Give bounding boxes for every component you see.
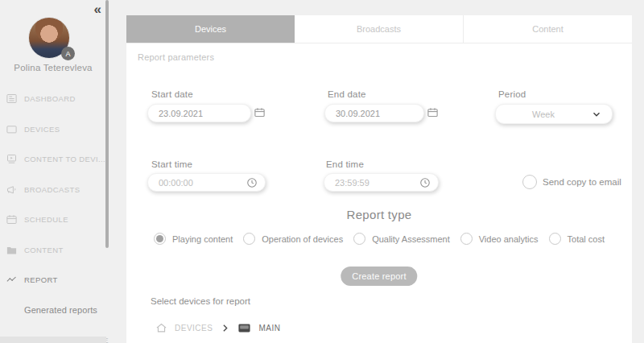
start-date-label: Start date [151,89,193,99]
content-icon [6,244,18,256]
sidebar: « A Polina Teterevleva DASHBOARD DEVICES [0,0,113,343]
radio-icon [549,233,561,245]
devices-icon [6,123,18,135]
start-time-value: 00:00:00 [148,178,193,188]
calendar-icon[interactable] [427,106,439,118]
user-name: Polina Teterevleva [0,63,106,72]
radio-operation-of-devices[interactable]: Operation of devices [243,233,343,245]
spacer [6,304,18,316]
sidebar-scrollbar[interactable] [105,0,109,248]
radio-label: Operation of devices [262,234,343,244]
main-panel: Devices Broadcasts Content Report parame… [126,15,632,343]
end-date-value: 30.09.2021 [325,109,380,118]
report-type-title: Report type [126,208,632,221]
radio-quality-assessment[interactable]: Quality Assessment [353,233,450,245]
breadcrumb: DEVICES MAIN [155,322,280,334]
radio-total-cost[interactable]: Total cost [549,233,605,245]
report-type-options: Playing content Operation of devices Qua… [126,233,632,245]
radio-icon [154,233,166,245]
schedule-icon [6,213,18,225]
chevron-down-icon [591,109,602,120]
radio-label: Total cost [568,234,605,244]
end-time-label: End time [326,159,364,169]
send-copy-checkbox[interactable]: Send copy to email [522,175,621,189]
sidebar-collapse-icon[interactable]: « [94,2,101,18]
end-time-value: 23:59:59 [324,178,369,188]
send-copy-label: Send copy to email [543,177,621,187]
tab-bar: Devices Broadcasts Content [126,15,632,43]
tab-broadcasts[interactable]: Broadcasts [295,15,464,43]
breadcrumb-current: MAIN [258,324,280,333]
period-label: Period [498,89,526,99]
avatar-badge: A [61,47,75,60]
start-time-input[interactable]: 00:00:00 [147,173,266,192]
content-to-device-icon [6,153,18,165]
broadcasts-icon [6,184,18,196]
radio-label: Quality Assessment [372,234,450,244]
sidebar-item-schedule[interactable]: SCHEDULE [0,205,106,235]
start-time-label: Start time [151,159,192,169]
section-title: Report parameters [138,52,214,62]
breadcrumb-root[interactable]: DEVICES [175,324,213,333]
end-date-label: End date [328,89,366,99]
start-date-input[interactable]: 23.09.2021 [147,104,251,122]
sidebar-item-label: CONTENT TO DEVI... [24,155,105,163]
clock-icon [246,177,258,188]
radio-label: Video analytics [479,234,539,244]
radio-icon [353,233,365,245]
period-value: Week [496,110,591,119]
monitor-icon [237,323,251,333]
end-date-input[interactable]: 30.09.2021 [324,104,424,122]
report-icon [6,274,18,286]
radio-icon [243,233,255,245]
period-select[interactable]: Week [495,104,613,124]
clock-icon [419,177,431,188]
sidebar-item-label: SCHEDULE [24,215,68,224]
sidebar-bottom-cutoff [0,337,106,343]
radio-icon [460,233,473,245]
sidebar-item-label: BROADCASTS [24,185,80,194]
sidebar-item-content-to-device[interactable]: CONTENT TO DEVI... [0,144,106,175]
sidebar-item-label: REPORT [24,275,58,284]
avatar[interactable]: A [28,17,70,59]
checkbox-circle-icon [522,175,537,189]
start-date-value: 23.09.2021 [148,109,203,118]
sidebar-item-devices[interactable]: DEVICES [0,114,106,145]
radio-label: Playing content [172,234,233,244]
sidebar-item-label: Generated reports [24,305,97,315]
sidebar-item-label: CONTENT [24,246,64,254]
sidebar-item-report[interactable]: REPORT [0,265,106,295]
sidebar-item-dashboard[interactable]: DASHBOARD [0,84,106,114]
calendar-icon[interactable] [254,106,266,118]
sidebar-item-label: DEVICES [24,125,60,134]
app-window: « A Polina Teterevleva DASHBOARD DEVICES [0,0,644,343]
sidebar-item-generated-reports[interactable]: Generated reports [0,295,106,326]
chevron-right-icon [220,323,230,333]
sidebar-item-broadcasts[interactable]: BROADCASTS [0,175,106,205]
home-icon[interactable] [155,322,167,334]
sidebar-menu: DASHBOARD DEVICES CONTENT TO DEVI... BRO… [0,84,106,343]
sidebar-item-content[interactable]: CONTENT [0,235,106,266]
radio-playing-content[interactable]: Playing content [154,233,233,245]
dashboard-icon [6,93,18,105]
create-report-button[interactable]: Create report [341,267,417,286]
radio-video-analytics[interactable]: Video analytics [460,233,539,245]
tab-content[interactable]: Content [464,15,632,43]
select-devices-label: Select devices for report [151,296,250,306]
sidebar-item-label: DASHBOARD [24,94,76,103]
end-time-input[interactable]: 23:59:59 [324,173,439,192]
tab-devices[interactable]: Devices [126,15,295,43]
